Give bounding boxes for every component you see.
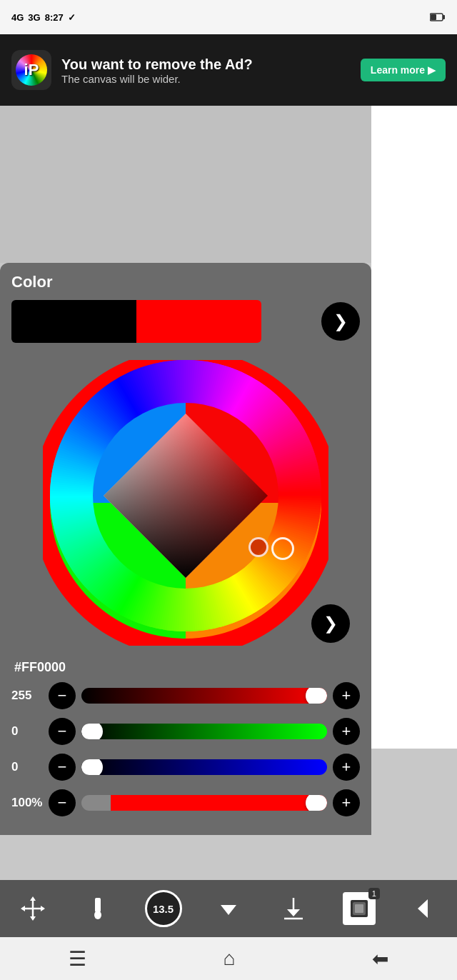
ad-app-icon: iP: [11, 50, 51, 90]
brush-icon: [84, 895, 111, 922]
red-slider-row: 255 − +: [11, 682, 360, 709]
svg-rect-1: [443, 15, 445, 19]
alpha-minus-button[interactable]: −: [49, 789, 76, 816]
wheel-next-button[interactable]: ❯: [311, 604, 350, 643]
layers-icon: 1: [343, 892, 376, 925]
status-network: 4G 3G 8:27 ✓: [11, 12, 76, 23]
alpha-value: 100%: [11, 796, 43, 810]
learn-more-button[interactable]: Learn more ▶: [361, 59, 446, 81]
ad-subtitle: The canvas will be wider.: [61, 73, 351, 85]
ad-banner: iP You want to remove the Ad? The canvas…: [0, 34, 457, 106]
alpha-plus-button[interactable]: +: [333, 789, 360, 816]
nav-home-button[interactable]: ⌂: [224, 947, 236, 970]
red-minus-button[interactable]: −: [49, 682, 76, 709]
brush-size-button[interactable]: 13.5: [145, 890, 182, 927]
ad-title: You want to remove the Ad?: [61, 56, 351, 73]
alpha-slider-thumb[interactable]: [306, 795, 327, 811]
svg-marker-14: [287, 909, 300, 916]
battery-icon: [430, 12, 446, 22]
canvas-right-panel: [371, 106, 457, 749]
back-icon: [411, 895, 438, 922]
panel-title: Color: [11, 273, 360, 291]
svg-marker-12: [221, 905, 236, 915]
blue-minus-button[interactable]: −: [49, 754, 76, 781]
green-value: 0: [11, 724, 43, 739]
blue-slider-thumb[interactable]: [81, 759, 103, 775]
green-slider-row: 0 − +: [11, 718, 360, 745]
svg-rect-2: [431, 14, 436, 20]
blue-plus-button[interactable]: +: [333, 754, 360, 781]
back-button[interactable]: [406, 890, 443, 927]
status-time: 8:27: [45, 12, 64, 23]
layers-svg: [349, 899, 369, 919]
red-slider-thumb[interactable]: [306, 688, 327, 704]
brush-size-circle: 13.5: [145, 890, 182, 927]
wheel-thumb-outer[interactable]: [271, 537, 294, 560]
network-3g: 3G: [28, 12, 40, 23]
svg-marker-7: [41, 906, 45, 911]
color-wheel-container[interactable]: ❯: [11, 353, 360, 653]
dropdown-icon: [215, 895, 242, 922]
nav-bar: ☰ ⌂ ⬅: [0, 937, 457, 980]
status-check: ✓: [68, 12, 76, 23]
hex-value-label: #FF0000: [11, 660, 360, 675]
color-panel: Color ❯: [0, 263, 371, 835]
toolbar: 13.5 1: [0, 880, 457, 937]
brush-tool-button[interactable]: [79, 890, 116, 927]
color-swatches-row: ❯: [11, 300, 360, 343]
svg-marker-6: [21, 906, 25, 911]
svg-marker-19: [418, 899, 428, 918]
green-slider-track[interactable]: [81, 724, 327, 739]
transform-icon: [19, 895, 46, 922]
green-slider-thumb[interactable]: [81, 724, 103, 739]
alpha-slider-track[interactable]: [81, 795, 327, 811]
red-slider-track[interactable]: [81, 688, 327, 704]
swatch-new[interactable]: [136, 300, 261, 343]
svg-marker-9: [30, 916, 36, 921]
wheel-thumb-inner[interactable]: [248, 537, 268, 557]
green-minus-button[interactable]: −: [49, 718, 76, 745]
red-value: 255: [11, 689, 43, 703]
network-4g: 4G: [11, 12, 24, 23]
green-plus-button[interactable]: +: [333, 718, 360, 745]
blue-value: 0: [11, 760, 43, 774]
dropdown-button[interactable]: [210, 890, 247, 927]
swatches-next-button[interactable]: ❯: [321, 302, 360, 341]
swatch-current[interactable]: [11, 300, 136, 343]
svg-marker-8: [30, 896, 36, 901]
brush-size-value: 13.5: [153, 903, 174, 915]
red-plus-button[interactable]: +: [333, 682, 360, 709]
transform-tool-button[interactable]: [14, 890, 51, 927]
svg-rect-10: [95, 898, 101, 912]
download-button[interactable]: [275, 890, 312, 927]
nav-menu-button[interactable]: ☰: [69, 947, 86, 971]
alpha-slider-row: 100% − +: [11, 789, 360, 816]
color-wheel-canvas[interactable]: [43, 353, 328, 639]
nav-back-button[interactable]: ⬅: [372, 947, 388, 971]
download-icon: [280, 895, 307, 922]
ad-text: You want to remove the Ad? The canvas wi…: [61, 56, 351, 85]
ad-icon-circle: iP: [16, 54, 47, 86]
status-icons: [430, 12, 446, 22]
svg-rect-18: [355, 904, 363, 913]
status-bar: 4G 3G 8:27 ✓: [0, 0, 457, 34]
blue-slider-track[interactable]: [81, 759, 327, 775]
ad-icon-letter: iP: [24, 61, 39, 79]
layers-count-badge: 1: [368, 888, 380, 899]
svg-point-11: [94, 911, 101, 919]
blue-slider-row: 0 − +: [11, 754, 360, 781]
layers-button[interactable]: 1: [341, 890, 378, 927]
